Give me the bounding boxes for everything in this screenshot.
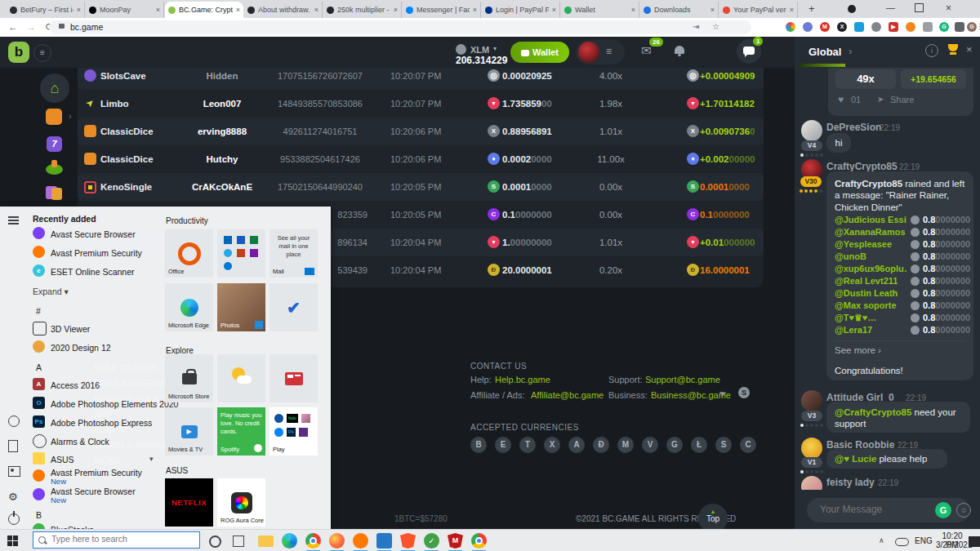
info-icon[interactable]: i [925,44,938,57]
search-input[interactable] [50,533,196,544]
message-input-wrap[interactable]: G ☺ [807,498,970,522]
edge-icon[interactable] [282,533,297,549]
chat-username[interactable]: CraftyCrypto85 [826,161,898,172]
window-minimize-button[interactable]: — [886,2,895,12]
tray-expand-icon[interactable]: ∧ [879,536,884,544]
pointer-extension-icon[interactable] [803,22,813,32]
coin-tip-icon[interactable]: G [935,502,951,518]
documents-icon[interactable] [8,440,18,452]
tab-close-icon[interactable]: × [77,6,81,14]
browser-tab[interactable]: Wallet× [561,2,639,18]
menu-toggle-icon[interactable]: ≡ [33,44,51,62]
start-menu-item[interactable]: 3D Viewer [51,324,90,334]
casino-dice-icon[interactable] [46,109,62,125]
x-extension-icon[interactable]: X [837,22,847,32]
mail-icon[interactable]: ✉ [641,43,652,58]
trophy-icon[interactable] [948,44,958,51]
close-icon[interactable]: × [966,43,973,56]
tile-edge[interactable]: Microsoft Edge [165,283,213,331]
profile-group[interactable]: ≡ [576,40,625,64]
mcafee-icon[interactable]: M [448,533,463,549]
browser-tab-active[interactable]: BC.Game: Crypto C× [165,2,243,18]
browser-tab[interactable]: MoonPay× [86,2,164,18]
rain-recipient[interactable]: @T♥♛♥… [835,312,876,324]
window-maximize-button[interactable] [915,3,924,12]
tab-close-icon[interactable]: × [156,6,160,14]
pictures-icon[interactable] [8,466,20,477]
new-tab-button[interactable]: + [808,2,815,15]
tile-spotify[interactable]: Play music you love. No credit cards. Sp… [217,407,265,455]
table-row[interactable]: ClassicDice erving8888 492611274016751 1… [78,118,764,145]
send-to-device-icon[interactable]: ⇥ [693,22,699,31]
rain-recipient[interactable]: @Max soporte [835,300,897,312]
slots-icon[interactable]: 7 [47,136,62,152]
lottery-icon[interactable] [46,164,63,175]
mention[interactable]: @♥ Lucie [835,454,876,464]
taskbar-search-box[interactable] [33,531,200,549]
green-g-extension-icon[interactable]: G [939,22,949,32]
browser-tab[interactable]: Messenger | Faceb× [403,2,481,18]
start-menu-item[interactable]: Alarms & Clock [51,437,109,447]
player-name[interactable]: erving8888 [173,118,271,145]
tab-close-icon[interactable]: × [631,6,635,14]
profile-menu-icon[interactable]: ≡ [606,46,612,57]
tile-rog-aura-core[interactable]: ▼ ROG Aura Core [217,478,265,527]
player-name[interactable]: Hutchy [173,145,271,173]
expand-toggle[interactable]: Expand ▾ [33,287,69,296]
rain-recipient[interactable]: @Lera17 [835,324,872,336]
puzzle-extensions-icon[interactable] [955,22,964,32]
home-icon[interactable]: ⌂ [40,73,69,103]
player-name[interactable]: CrAKcOkAnE [173,173,271,201]
user-avatar[interactable] [578,42,599,63]
file-explorer-icon[interactable] [258,535,274,547]
tile-photos[interactable]: Photos [217,283,265,331]
bookmark-star-icon[interactable]: ☆ [712,22,719,31]
browser-tab[interactable]: Downloads× [640,2,719,18]
game-name[interactable]: ClassicDice [100,145,154,173]
skype-icon[interactable]: S [738,387,750,398]
back-icon[interactable]: ← [8,21,18,33]
section-letter[interactable]: B [36,510,42,520]
share-label[interactable]: Share [890,95,914,104]
kebab-menu-icon[interactable]: ⋮ [976,22,980,31]
help-link[interactable]: Help.bc.game [495,375,550,384]
section-letter[interactable]: A [36,362,42,372]
task-view-icon[interactable] [233,535,244,547]
address-bar[interactable]: bc.game ⇥ ☆ [49,20,751,34]
start-button[interactable] [7,535,18,546]
video-extension-icon[interactable]: ▶ [889,22,898,32]
game-name[interactable]: KenoSingle [100,173,152,201]
chat-username[interactable]: feisty lady [826,477,875,488]
gray-extension-icon[interactable] [871,22,881,32]
player-name[interactable]: Leon007 [173,90,271,118]
message-input[interactable] [818,503,928,516]
support-link[interactable]: Support@bc.game [645,375,720,384]
tile-weather[interactable] [217,354,265,402]
start-menu-item[interactable]: Adobe Photoshop Express [51,418,152,428]
chevron-right-icon[interactable]: › [849,45,852,57]
tile-news[interactable] [270,354,318,402]
chrome-profile-icon[interactable] [471,533,487,549]
tile-microsoft-store[interactable]: Microsoft Store [165,354,213,402]
table-row[interactable]: ➤ Limbo Leon007 14849385570853086 10:20:… [78,90,764,118]
currency-selector[interactable]: XLM [470,45,489,55]
tile-office[interactable]: Office [165,229,213,278]
table-row[interactable]: ClassicDice Hutchy 9533882504617426 10:2… [78,145,764,173]
red-m-extension-icon[interactable]: M [820,22,830,32]
chevron-down-icon[interactable]: ▾ [149,455,154,463]
menu-expand-icon[interactable] [8,215,19,226]
rain-recipient[interactable]: @Real Levt211 [835,275,898,287]
share-icon[interactable]: ➤ [877,95,884,104]
power-icon[interactable] [8,513,20,525]
game-name[interactable]: Limbo [100,90,129,118]
wallet-button[interactable]: Wallet [510,42,569,63]
clock-date[interactable]: 3/29/2021 [936,540,969,549]
mention[interactable]: @CraftyCrypto85 [835,407,911,417]
start-menu-folder[interactable]: ASUS [51,455,74,464]
calculator-icon[interactable] [376,533,392,549]
forward-icon[interactable]: → [26,21,36,33]
start-menu-item[interactable]: Adobe Photoshop Elements 2020 [51,399,178,409]
browser-tab[interactable]: BetFury – First i-Ga× [7,2,85,18]
avatar[interactable] [801,390,822,411]
affiliate-link[interactable]: Affiliate@bc.game [531,390,604,400]
